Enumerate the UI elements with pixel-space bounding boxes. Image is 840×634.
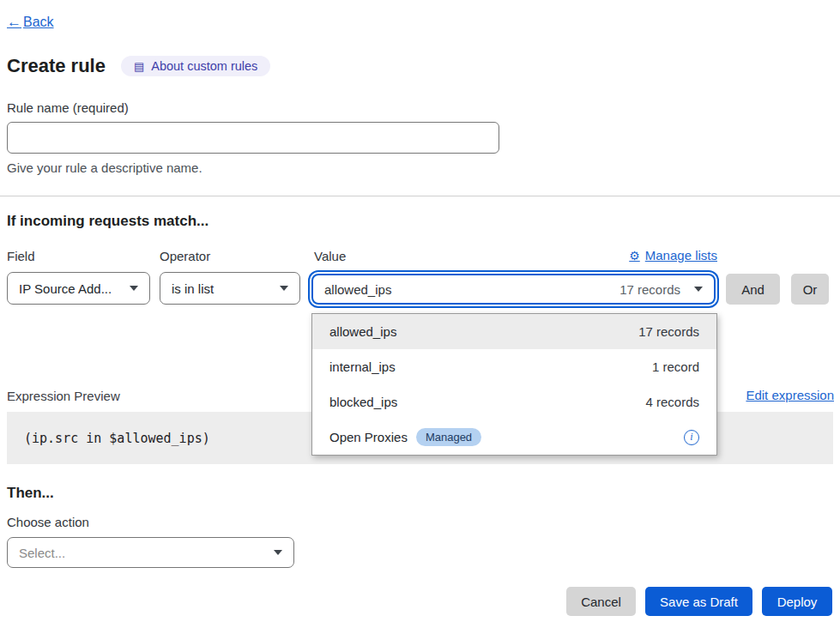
then-section-title: Then... [7,485,54,502]
action-select-placeholder: Select... [19,546,65,560]
cancel-button[interactable]: Cancel [566,587,636,616]
chevron-down-icon [694,287,703,292]
back-label: Back [23,15,54,30]
value-select[interactable]: allowed_ips 17 records [311,274,716,305]
field-select[interactable]: IP Source Add... [7,272,150,305]
manage-lists-label: Manage lists [645,248,717,263]
expression-code: (ip.src in $allowed_ips) [24,431,210,446]
list-option-blocked-ips[interactable]: blocked_ips 4 records [312,384,716,420]
managed-badge: Managed [416,428,481,446]
list-option-allowed-ips[interactable]: allowed_ips 17 records [312,314,716,349]
list-option-record-count: 17 records [638,324,699,339]
chevron-down-icon [274,550,282,555]
page-title: Create rule [7,55,106,77]
about-custom-rules-link[interactable]: ▤ About custom rules [121,56,270,76]
operator-select-value: is in list [172,281,214,296]
edit-expression-link[interactable]: Edit expression [746,388,834,402]
and-button[interactable]: And [726,274,780,305]
value-select-record-count: 17 records [619,282,680,297]
action-select[interactable]: Select... [7,537,294,568]
list-option-record-count: 1 record [652,359,699,374]
operator-select[interactable]: is in list [160,272,300,305]
chevron-down-icon [280,286,288,291]
list-option-open-proxies[interactable]: Open Proxies Managed i [312,420,716,455]
section-divider [0,196,840,196]
list-option-name: Open Proxies [329,430,408,444]
list-option-internal-ips[interactable]: internal_ips 1 record [312,349,716,384]
value-label: Value [314,249,346,263]
list-option-name: blocked_ips [329,395,397,409]
operator-label: Operator [160,249,210,263]
list-option-record-count: 4 records [645,395,699,409]
list-option-name: internal_ips [329,359,396,374]
expression-preview-label: Expression Preview [7,389,120,403]
page-header: Create rule ▤ About custom rules [7,55,270,77]
list-option-name: allowed_ips [329,324,396,339]
rule-name-help-text: Give your rule a descriptive name. [7,160,202,175]
rule-name-input[interactable] [7,122,499,154]
book-icon: ▤ [134,60,144,73]
arrow-left-icon: ← [7,14,21,31]
match-section-title: If incoming requests match... [7,213,208,230]
deploy-button[interactable]: Deploy [762,587,832,616]
chevron-down-icon [130,286,138,291]
value-select-value: allowed_ips [324,282,391,297]
gear-icon: ⚙ [629,249,640,263]
choose-action-label: Choose action [7,515,89,529]
value-dropdown-menu: allowed_ips 17 records internal_ips 1 re… [311,313,717,456]
back-link[interactable]: ←Back [7,14,54,31]
field-label: Field [7,249,35,263]
rule-name-label: Rule name (required) [7,100,129,115]
field-select-value: IP Source Add... [19,281,112,296]
or-button[interactable]: Or [791,274,829,305]
save-as-draft-button[interactable]: Save as Draft [645,587,752,616]
info-icon[interactable]: i [684,430,699,445]
manage-lists-link[interactable]: ⚙ Manage lists [629,248,717,263]
about-custom-rules-label: About custom rules [151,59,257,73]
